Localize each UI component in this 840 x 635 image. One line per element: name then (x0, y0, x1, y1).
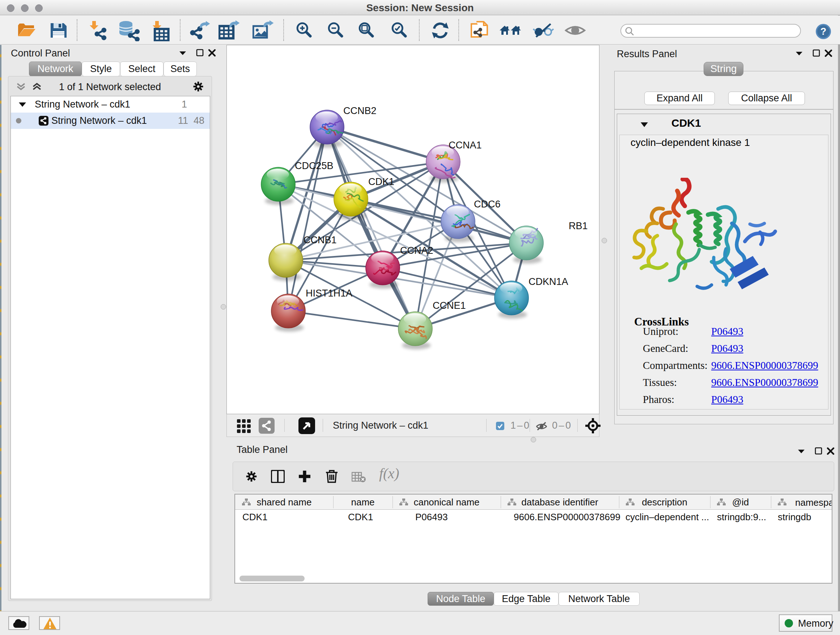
svg-text:CCNE1: CCNE1 (433, 300, 466, 311)
svg-text:HIST1H1A: HIST1H1A (306, 288, 352, 299)
svg-text:RB1: RB1 (569, 220, 588, 231)
svg-text:?: ? (821, 26, 827, 37)
svg-text:CDC6: CDC6 (474, 199, 501, 210)
svg-text:CCNB2: CCNB2 (343, 105, 377, 116)
svg-text:CDK1: CDK1 (368, 176, 394, 187)
svg-text:CDKN1A: CDKN1A (529, 276, 568, 287)
svg-text:CCNA2: CCNA2 (400, 245, 433, 256)
svg-text:CCNB1: CCNB1 (303, 234, 337, 245)
svg-text:CDC25B: CDC25B (295, 160, 333, 171)
svg-text:CCNA1: CCNA1 (448, 140, 482, 150)
